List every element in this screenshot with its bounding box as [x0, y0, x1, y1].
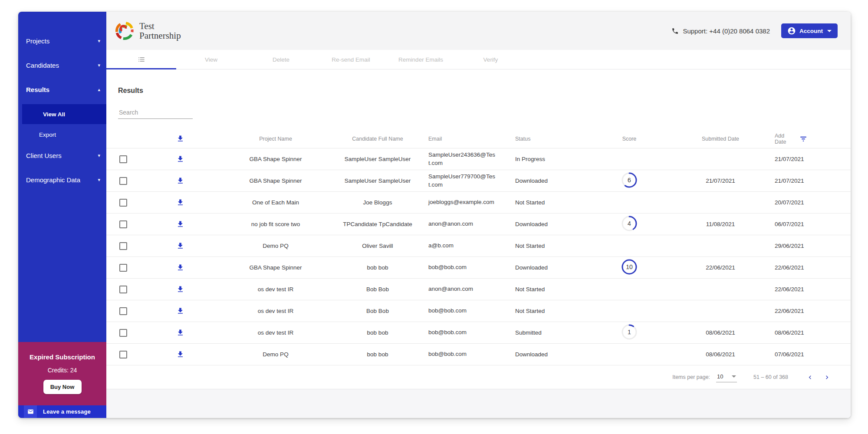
download-icon [176, 329, 184, 337]
tab-list-view[interactable] [106, 50, 176, 69]
cell-email: bob@bob.com [427, 307, 514, 315]
row-download-button[interactable] [137, 263, 224, 272]
row-checkbox[interactable] [119, 177, 127, 185]
cell-status: Downloaded [514, 221, 592, 227]
cell-status: Not Started [514, 308, 592, 314]
cell-candidate-name: Bob Bob [366, 286, 389, 293]
col-header-email: Email [427, 136, 514, 142]
row-checkbox[interactable] [119, 264, 127, 272]
cell-candidate-name: SampleUser SampleUser [345, 156, 411, 162]
row-download-button[interactable] [137, 242, 224, 250]
cell-status: Not Started [514, 243, 592, 249]
col-header-score: Score [622, 136, 637, 142]
sidebar-item-export[interactable]: Export [18, 125, 106, 144]
table-row: os dev test IR bob bob bob@bob.com Submi… [106, 322, 851, 344]
row-download-button[interactable] [137, 220, 224, 228]
row-checkbox[interactable] [119, 329, 127, 337]
row-checkbox[interactable] [119, 155, 127, 163]
logo: Test Partnership [114, 20, 181, 41]
subscription-panel: Expired Subscription Credits: 24 Buy Now [18, 342, 106, 405]
cell-add-date: 29/06/2021 [775, 243, 851, 249]
sidebar-item-client-users[interactable]: Client Users ▾ [18, 146, 106, 165]
chevron-left-icon [806, 374, 814, 381]
row-checkbox[interactable] [119, 199, 127, 207]
row-checkbox[interactable] [119, 286, 127, 293]
items-per-page-value: 10 [717, 373, 723, 380]
score-ring: 4 [621, 215, 638, 232]
header-right: Support: +44 (0)20 8064 0382 Account [671, 23, 838, 38]
tab-verify[interactable]: Verify [456, 50, 526, 69]
sidebar-subitem-label: Export [39, 132, 56, 138]
search-input[interactable] [118, 108, 193, 119]
cell-status: Submitted [514, 329, 592, 336]
row-download-button[interactable] [137, 155, 224, 163]
filter-icon [799, 135, 807, 143]
row-download-button[interactable] [137, 307, 224, 315]
chevron-down-icon: ▾ [98, 177, 100, 183]
content-head: Results [106, 69, 851, 119]
download-icon [176, 307, 184, 315]
download-icon [176, 198, 184, 207]
row-checkbox[interactable] [119, 220, 127, 228]
tab-reminder-emails[interactable]: Reminder Emails [386, 50, 456, 69]
table-row: os dev test IR Bob Bob bob@bob.com Not S… [106, 300, 851, 322]
chevron-down-icon: ▾ [98, 153, 100, 158]
filter-button[interactable] [799, 135, 807, 143]
cell-submitted-date: 11/08/2021 [706, 221, 735, 227]
chevron-down-icon [732, 375, 736, 378]
row-download-button[interactable] [137, 177, 224, 185]
tab-view[interactable]: View [176, 50, 246, 69]
list-icon [137, 55, 146, 64]
subscription-status: Expired Subscription [30, 353, 95, 361]
row-download-button[interactable] [137, 329, 224, 337]
sidebar-item-results[interactable]: Results ▴ [18, 80, 106, 99]
sidebar-item-candidates[interactable]: Candidates ▾ [18, 56, 106, 75]
leave-message-bar[interactable]: Leave a message [18, 405, 106, 418]
logo-line2: Partnership [139, 31, 181, 40]
cell-status: Downloaded [514, 178, 592, 184]
cell-project-name: os dev test IR [258, 329, 294, 336]
cell-project-name: os dev test IR [258, 286, 294, 293]
cell-add-date: 07/06/2021 [775, 351, 851, 358]
account-label: Account [799, 28, 823, 34]
pagination-range: 51 – 60 of 368 [753, 374, 788, 380]
buy-now-button[interactable]: Buy Now [43, 380, 82, 394]
logo-text: Test Partnership [139, 21, 181, 41]
previous-page-button[interactable] [805, 372, 815, 383]
row-checkbox[interactable] [119, 242, 127, 250]
chevron-down-icon [827, 30, 832, 32]
row-download-button[interactable] [137, 285, 224, 293]
cell-submitted-date: 08/06/2021 [706, 329, 735, 336]
next-page-button[interactable] [822, 372, 832, 383]
row-checkbox[interactable] [119, 307, 127, 315]
cell-status: Downloaded [514, 264, 592, 271]
row-checkbox[interactable] [119, 351, 127, 358]
table-body: GBA Shape Spinner SampleUser SampleUser … [106, 148, 851, 365]
sidebar-item-projects[interactable]: Projects ▾ [18, 31, 106, 50]
table-row: One of Each Main Joe Bloggs joebloggs@ex… [106, 192, 851, 214]
cell-candidate-name: bob bob [367, 329, 388, 336]
cell-candidate-name: SampleUser SampleUser [345, 178, 411, 184]
cell-candidate-name: bob bob [367, 351, 388, 358]
table-row: GBA Shape Spinner SampleUser SampleUser … [106, 170, 851, 192]
cell-email: bob@bob.com [427, 350, 514, 358]
content-filler [106, 389, 851, 418]
items-per-page-select[interactable]: 10 [716, 372, 737, 382]
tab-resend-email[interactable]: Re-send Email [316, 50, 386, 69]
app-window: Projects ▾ Candidates ▾ Results ▴ View A… [18, 12, 851, 418]
sidebar-item-view-all[interactable]: View All [22, 104, 106, 124]
envelope-icon [24, 405, 37, 418]
account-button[interactable]: Account [781, 23, 838, 38]
tab-delete[interactable]: Delete [246, 50, 316, 69]
download-icon [176, 220, 184, 228]
col-header-add-date: Add Date [775, 133, 794, 145]
cell-add-date: 06/07/2021 [775, 221, 851, 227]
credits-count: Credits: 24 [48, 367, 77, 374]
top-header: Test Partnership Support: +44 (0)20 8064… [106, 12, 851, 50]
row-download-button[interactable] [137, 350, 224, 358]
cell-add-date: 22/06/2021 [775, 308, 851, 314]
row-download-button[interactable] [137, 198, 224, 207]
download-icon [176, 285, 184, 293]
sidebar-item-demographic-data[interactable]: Demographic Data ▾ [18, 170, 106, 189]
download-all-button[interactable] [137, 135, 224, 143]
